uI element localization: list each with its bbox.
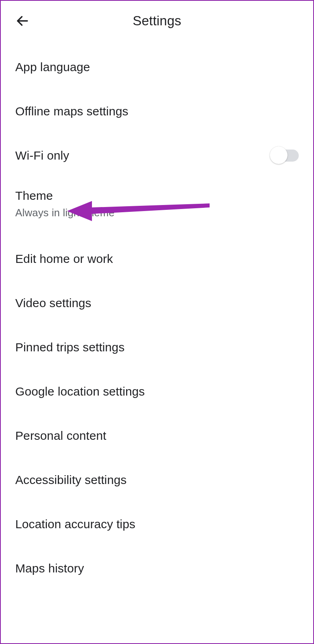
setting-pinned-trips[interactable]: Pinned trips settings (1, 325, 313, 369)
setting-wifi-only[interactable]: Wi-Fi only (1, 133, 313, 178)
setting-accessibility[interactable]: Accessibility settings (1, 458, 313, 502)
setting-maps-history[interactable]: Maps history (1, 546, 313, 591)
header: Settings (1, 1, 313, 41)
setting-offline-maps[interactable]: Offline maps settings (1, 89, 313, 133)
setting-sublabel: Always in light theme (15, 207, 114, 219)
setting-label: Video settings (15, 296, 91, 310)
setting-label: Accessibility settings (15, 473, 126, 487)
setting-label: Edit home or work (15, 252, 113, 266)
page-title: Settings (133, 13, 181, 29)
setting-location-accuracy[interactable]: Location accuracy tips (1, 502, 313, 546)
setting-label: Wi-Fi only (15, 149, 69, 162)
setting-personal-content[interactable]: Personal content (1, 414, 313, 458)
setting-label: Google location settings (15, 385, 145, 398)
toggle-knob (270, 146, 287, 164)
wifi-only-toggle[interactable] (271, 150, 299, 162)
setting-edit-home-work[interactable]: Edit home or work (1, 237, 313, 281)
back-button[interactable] (13, 11, 32, 31)
setting-app-language[interactable]: App language (1, 45, 313, 89)
setting-label: Personal content (15, 429, 106, 443)
setting-label: Maps history (15, 562, 84, 575)
setting-video-settings[interactable]: Video settings (1, 281, 313, 325)
settings-list: App language Offline maps settings Wi-Fi… (1, 41, 313, 595)
setting-label: Theme (15, 189, 53, 203)
setting-label: App language (15, 60, 90, 74)
setting-label: Offline maps settings (15, 105, 128, 118)
back-arrow-icon (15, 14, 30, 28)
setting-label: Pinned trips settings (15, 340, 124, 354)
setting-label: Location accuracy tips (15, 517, 135, 531)
setting-google-location[interactable]: Google location settings (1, 369, 313, 414)
setting-theme[interactable]: Theme Always in light theme (1, 178, 313, 237)
